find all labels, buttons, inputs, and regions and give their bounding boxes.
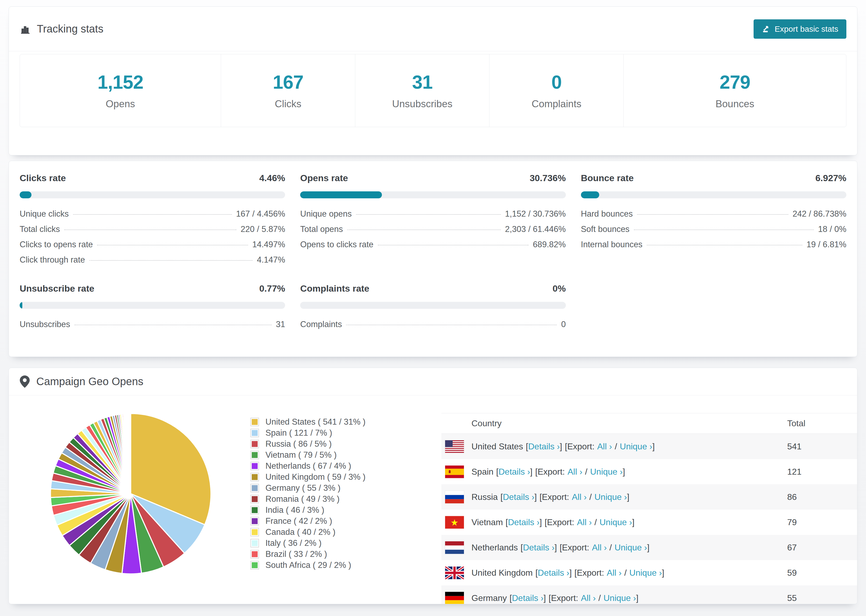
legend-item[interactable]: Germany ( 55 / 3% ) [250, 482, 365, 493]
legend-item[interactable]: South Africa ( 29 / 2% ) [250, 559, 365, 570]
export-all-link[interactable]: All › [567, 467, 582, 476]
export-unique-link[interactable]: Unique › [603, 593, 636, 603]
legend-item[interactable]: Vietnam ( 79 / 5% ) [250, 449, 365, 460]
details-link[interactable]: Details › [499, 467, 530, 476]
geo-country-table: Country Total United States[Details ›][E… [441, 413, 857, 604]
campaign-geo-opens-card: Campaign Geo Opens United States ( 541 /… [9, 368, 857, 604]
bounce-rate-title: Bounce rate [581, 173, 634, 183]
legend-swatch [250, 528, 259, 536]
unsubscribe-rate-block: Unsubscribe rate0.77% Unsubscribes31 [20, 283, 285, 335]
legend-item[interactable]: United Kingdom ( 59 / 3% ) [250, 471, 365, 482]
legend-item[interactable]: Canada ( 40 / 2% ) [250, 526, 365, 537]
export-unique-link[interactable]: Unique › [590, 467, 623, 476]
opens-count: 1,152 [98, 71, 143, 93]
flag-united-kingdom [445, 567, 464, 579]
details-link[interactable]: Details › [508, 517, 540, 527]
flag-united-states [445, 440, 464, 453]
export-unique-link[interactable]: Unique › [594, 492, 627, 502]
export-all-link[interactable]: All › [577, 517, 592, 527]
clicks-rate-block: Clicks rate4.46% Unique clicks167 / 4.45… [20, 173, 285, 270]
legend-item[interactable]: India ( 46 / 3% ) [250, 504, 365, 515]
details-link[interactable]: Details › [538, 568, 569, 578]
legend-swatch [250, 473, 259, 481]
export-unique-link[interactable]: Unique › [629, 568, 662, 578]
legend-swatch [250, 429, 259, 437]
clicks-count: 167 [273, 71, 303, 93]
tracking-stats-title: Tracking stats [20, 23, 103, 35]
legend-swatch [250, 484, 259, 492]
stat-unsubscribes: 31 Unsubscribes [355, 54, 489, 127]
export-unique-link[interactable]: Unique › [614, 543, 647, 552]
legend-swatch [250, 517, 259, 525]
rate-row: Unique clicks167 / 4.456% [20, 209, 285, 225]
legend-item[interactable]: Netherlands ( 67 / 4% ) [250, 460, 365, 471]
details-link[interactable]: Details › [523, 543, 554, 552]
unsubscribe-rate-progress [20, 302, 285, 309]
legend-item[interactable]: Brazil ( 33 / 2% ) [250, 548, 365, 559]
unsubscribes-count: 31 [412, 71, 433, 93]
export-all-link[interactable]: All › [597, 442, 612, 451]
table-row-united-kingdom: United Kingdom[Details ›][Export:All ›/U… [441, 560, 857, 585]
complaints-rate-progress [300, 302, 565, 309]
map-pin-icon [20, 376, 30, 388]
stat-complaints: 0 Complaints [489, 54, 624, 127]
export-all-link[interactable]: All › [592, 543, 607, 552]
clicks-rate-progress [20, 191, 285, 198]
rate-row: Total opens2,303 / 61.446% [300, 225, 565, 240]
details-link[interactable]: Details › [503, 492, 534, 502]
country-total: 121 [787, 467, 801, 477]
complaints-rate-value: 0% [553, 283, 566, 294]
country-total: 59 [787, 568, 797, 578]
legend-swatch [250, 451, 259, 459]
unsubscribe-rate-title: Unsubscribe rate [20, 283, 94, 294]
table-row-united-states: United States[Details ›][Export:All ›/Un… [441, 434, 857, 459]
export-basic-stats-button[interactable]: Export basic stats [754, 19, 846, 39]
rate-row: Opens to clicks rate689.82% [300, 240, 565, 255]
table-row-vietnam: Vietnam[Details ›][Export:All ›/Unique ›… [441, 509, 857, 535]
country-total: 79 [787, 517, 797, 527]
legend-swatch [250, 418, 259, 426]
export-all-link[interactable]: All › [607, 568, 622, 578]
legend-item[interactable]: United States ( 541 / 31% ) [250, 416, 365, 427]
rate-row: Unique opens1,152 / 30.736% [300, 209, 565, 225]
table-row-russia: Russia[Details ›][Export:All ›/Unique ›]… [441, 484, 857, 509]
country-total: 67 [787, 543, 797, 553]
opens-rate-title: Opens rate [300, 173, 348, 183]
country-total: 541 [787, 442, 801, 451]
stat-opens: 1,152 Opens [20, 54, 221, 127]
legend-swatch [250, 495, 259, 503]
legend-swatch [250, 440, 259, 448]
rate-row: Click through rate4.147% [20, 255, 285, 270]
bounce-rate-value: 6.927% [816, 173, 846, 183]
legend-item[interactable]: France ( 42 / 2% ) [250, 515, 365, 526]
flag-germany [445, 592, 464, 605]
rates-card: Clicks rate4.46% Unique clicks167 / 4.45… [9, 161, 857, 357]
details-link[interactable]: Details › [512, 593, 543, 603]
legend-item[interactable]: Italy ( 36 / 2% ) [250, 537, 365, 548]
export-all-link[interactable]: All › [572, 492, 587, 502]
flag-russia [445, 491, 464, 503]
complaints-count: 0 [551, 71, 562, 93]
legend-item[interactable]: Russia ( 86 / 5% ) [250, 438, 365, 449]
legend-item[interactable]: Romania ( 49 / 3% ) [250, 493, 365, 504]
table-row-netherlands: Netherlands[Details ›][Export:All ›/Uniq… [441, 535, 857, 560]
bounces-count: 279 [720, 71, 750, 93]
country-total: 55 [787, 593, 797, 603]
bounce-rate-progress [581, 191, 846, 198]
rate-row: Total clicks220 / 5.87% [20, 225, 285, 240]
flag-spain [445, 465, 464, 478]
details-link[interactable]: Details › [528, 442, 560, 451]
export-unique-link[interactable]: Unique › [620, 442, 652, 451]
legend-swatch [250, 539, 259, 547]
legend-item[interactable]: Spain ( 121 / 7% ) [250, 427, 365, 438]
summary-stats-group: 1,152 Opens 167 Clicks 31 Unsubscribes 0… [20, 54, 846, 127]
geo-opens-pie-chart [47, 410, 214, 577]
opens-rate-progress [300, 191, 565, 198]
export-unique-link[interactable]: Unique › [600, 517, 632, 527]
legend-swatch [250, 561, 259, 569]
rate-row: Internal bounces19 / 6.81% [581, 240, 846, 255]
stat-bounces: 279 Bounces [624, 54, 846, 127]
bar-chart-icon [20, 24, 31, 35]
pie-legend: United States ( 541 / 31% ) Spain ( 121 … [250, 416, 365, 570]
export-all-link[interactable]: All › [581, 593, 596, 603]
